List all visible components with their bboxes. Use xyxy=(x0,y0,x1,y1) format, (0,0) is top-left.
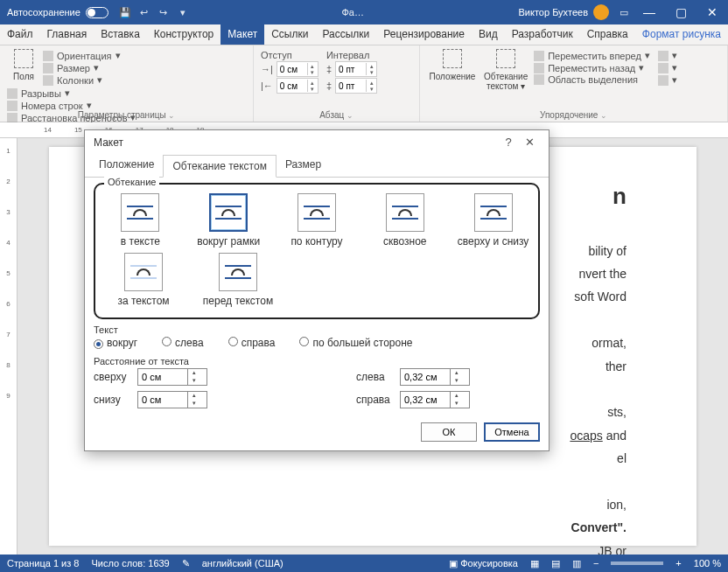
maximize-button[interactable]: ▢ xyxy=(665,5,696,19)
menu-design[interactable]: Конструктор xyxy=(147,24,220,45)
view-print-icon[interactable]: ▦ xyxy=(530,558,539,569)
orientation-button[interactable]: Ориентация ▾ xyxy=(43,50,120,61)
wrap-behind-option[interactable]: за текстом xyxy=(102,253,185,307)
menu-view[interactable]: Вид xyxy=(472,24,505,45)
radio-left[interactable]: слева xyxy=(162,337,204,349)
dist-bottom-input[interactable]: ▴▾ xyxy=(137,391,207,408)
view-web-icon[interactable]: ▥ xyxy=(572,558,581,569)
layout-dialog: Макет ? ✕ Положение Обтекание текстом Ра… xyxy=(84,129,550,451)
bring-forward-icon xyxy=(534,51,544,61)
menu-home[interactable]: Главная xyxy=(40,24,94,45)
breaks-button[interactable]: Разрывы ▾ xyxy=(7,87,136,99)
wrap-topbottom-option[interactable]: сверху и снизу xyxy=(455,193,531,248)
doc-line: el xyxy=(119,449,626,468)
menu-insert[interactable]: Вставка xyxy=(94,24,147,45)
tab-size[interactable]: Размер xyxy=(276,154,330,177)
indent-label: Отступ xyxy=(261,50,318,60)
text-section-label: Текст xyxy=(94,324,540,335)
document-title: Фа… xyxy=(192,7,514,17)
zoom-value[interactable]: 100 % xyxy=(694,558,721,569)
cancel-button[interactable]: Отмена xyxy=(484,422,540,442)
menu-help[interactable]: Справка xyxy=(580,24,635,45)
radio-right[interactable]: справа xyxy=(228,337,276,349)
autosave-label: Автосохранение xyxy=(7,7,80,17)
save-icon[interactable]: 💾 xyxy=(116,7,135,18)
dist-bottom-label: снизу xyxy=(94,394,137,406)
status-focus[interactable]: ▣ Фокусировка xyxy=(449,558,518,569)
radio-around[interactable]: вокруг xyxy=(94,337,137,349)
dialog-title: Макет xyxy=(94,136,123,149)
spacing-before-icon: ‡ xyxy=(326,64,332,74)
align-button[interactable]: ▾ xyxy=(658,50,677,61)
menu-review[interactable]: Рецензирование xyxy=(376,24,472,45)
view-read-icon[interactable]: ▤ xyxy=(551,558,560,569)
group-objects-button[interactable]: ▾ xyxy=(658,62,677,73)
dist-left-input[interactable]: ▴▾ xyxy=(400,368,470,386)
undo-icon[interactable]: ↩ xyxy=(135,7,154,18)
margins-button[interactable]: Поля xyxy=(7,49,40,81)
dialog-close-button[interactable]: ✕ xyxy=(519,136,540,149)
vertical-ruler[interactable]: 123456789 xyxy=(0,138,18,555)
spacing-after-icon: ‡ xyxy=(326,80,332,91)
doc-line: Convert". xyxy=(119,518,626,537)
dist-right-label: справа xyxy=(356,394,400,406)
wrap-group-label: Обтекание xyxy=(104,177,159,187)
spacing-before-input[interactable]: ▴▾ xyxy=(335,61,377,77)
dialog-help-button[interactable]: ? xyxy=(498,136,519,149)
position-button[interactable]: Положение xyxy=(427,49,478,81)
redo-icon[interactable]: ↪ xyxy=(154,7,173,18)
wrap-text-button[interactable]: Обтекание текстом ▾ xyxy=(480,49,531,91)
dist-left-label: слева xyxy=(356,371,400,383)
close-button[interactable]: ✕ xyxy=(696,5,728,19)
indent-right-input[interactable]: ▴▾ xyxy=(276,78,318,94)
wrap-tight-option[interactable]: по контуру xyxy=(279,193,355,248)
minimize-button[interactable]: — xyxy=(634,5,665,19)
menu-file[interactable]: Файл xyxy=(0,24,40,45)
indent-left-input[interactable]: ▴▾ xyxy=(276,61,318,77)
menu-layout[interactable]: Макет xyxy=(220,24,264,45)
wrap-inline-option[interactable]: в тексте xyxy=(102,193,178,248)
size-button[interactable]: Размер ▾ xyxy=(43,62,120,73)
zoom-out-button[interactable]: − xyxy=(593,558,598,569)
qat-dropdown-icon[interactable]: ▾ xyxy=(173,7,192,18)
selection-pane-button[interactable]: Область выделения xyxy=(534,74,650,85)
bring-forward-button[interactable]: Переместить вперед ▾ xyxy=(534,50,650,61)
breaks-icon xyxy=(7,88,18,99)
zoom-in-button[interactable]: + xyxy=(676,558,681,569)
group-arrange: Упорядочение xyxy=(420,110,727,120)
status-page[interactable]: Страница 1 из 8 xyxy=(7,558,79,569)
wrap-through-option[interactable]: сквозное xyxy=(367,193,443,248)
menu-mailings[interactable]: Рассылки xyxy=(315,24,376,45)
group-icon xyxy=(658,63,668,73)
status-wordcount[interactable]: Число слов: 1639 xyxy=(91,558,169,569)
rotate-button[interactable]: ▾ xyxy=(658,74,677,86)
margins-icon xyxy=(14,49,33,68)
statusbar: Страница 1 из 8 Число слов: 1639 ✎ англи… xyxy=(0,555,728,572)
send-backward-button[interactable]: Переместить назад ▾ xyxy=(534,62,650,73)
menu-references[interactable]: Ссылки xyxy=(264,24,315,45)
status-language[interactable]: английский (США) xyxy=(202,558,284,569)
spacing-after-input[interactable]: ▴▾ xyxy=(335,78,377,94)
ribbon-options-icon[interactable]: ▭ xyxy=(614,7,634,18)
menu-developer[interactable]: Разработчик xyxy=(505,24,580,45)
status-spellcheck-icon[interactable]: ✎ xyxy=(182,558,190,569)
menubar: Файл Главная Вставка Конструктор Макет С… xyxy=(0,24,728,45)
orientation-icon xyxy=(43,51,53,61)
columns-button[interactable]: Колонки ▾ xyxy=(43,74,120,86)
rotate-icon xyxy=(658,75,668,86)
autosave-toggle[interactable] xyxy=(86,7,108,18)
ok-button[interactable]: ОК xyxy=(421,422,477,442)
size-icon xyxy=(43,63,53,73)
wrap-front-option[interactable]: перед текстом xyxy=(197,253,279,307)
group-paragraph: Абзац xyxy=(254,110,419,120)
dist-top-input[interactable]: ▴▾ xyxy=(137,368,207,386)
menu-format-picture[interactable]: Формат рисунка xyxy=(635,24,728,45)
wrap-square-option[interactable]: вокруг рамки xyxy=(191,193,267,248)
dist-right-input[interactable]: ▴▾ xyxy=(400,391,470,408)
wrap-text-icon xyxy=(496,49,515,68)
radio-largest[interactable]: по большей стороне xyxy=(299,337,412,349)
tab-position[interactable]: Положение xyxy=(90,154,163,177)
zoom-slider[interactable] xyxy=(611,562,663,565)
account[interactable]: Виктор Бухтеев xyxy=(514,4,614,20)
tab-wrap[interactable]: Обтекание текстом xyxy=(163,155,276,178)
